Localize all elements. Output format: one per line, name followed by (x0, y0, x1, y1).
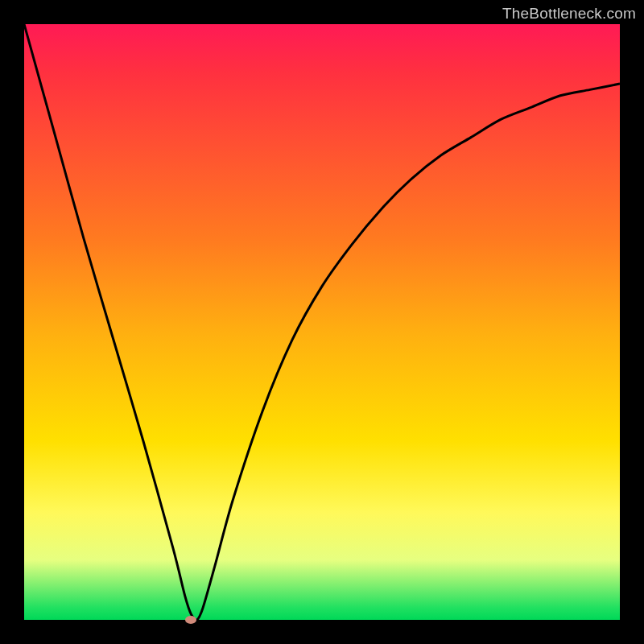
watermark-text: TheBottleneck.com (502, 5, 636, 23)
chart-frame: TheBottleneck.com (0, 0, 644, 644)
minimum-marker (185, 616, 196, 624)
plot-area (24, 24, 620, 620)
bottleneck-curve (24, 24, 620, 620)
curve-svg (24, 24, 620, 620)
